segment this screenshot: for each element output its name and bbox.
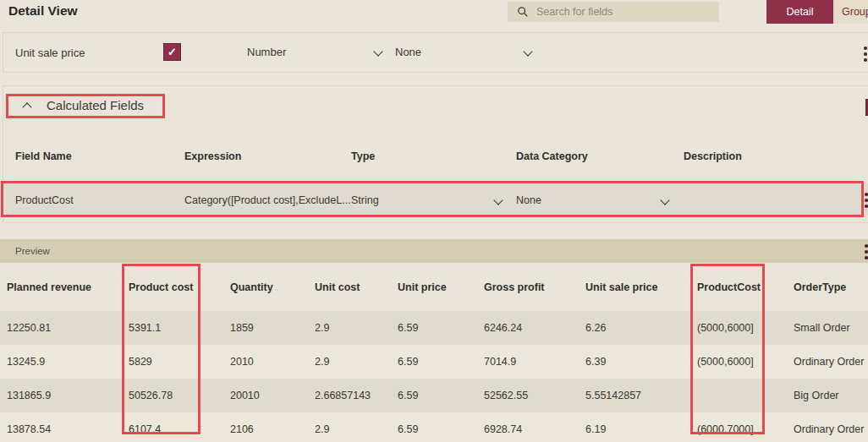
preview-cell: Small Order xyxy=(787,311,868,345)
search-field-container xyxy=(508,2,719,22)
preview-cell: 20010 xyxy=(223,379,308,412)
preview-column-header: Gross profit xyxy=(477,263,579,311)
preview-header-row: Planned revenueProduct costQuantityUnit … xyxy=(0,263,868,311)
preview-cell: 6246.24 xyxy=(477,311,579,345)
preview-cell: 13878.54 xyxy=(0,412,122,442)
field-name-label: Unit sale price xyxy=(15,46,85,59)
preview-cell: 6107.4 xyxy=(122,412,223,442)
preview-cell: 6928.74 xyxy=(477,412,579,442)
preview-cell: 2.66857143 xyxy=(308,379,391,412)
preview-cell: (5000,6000] xyxy=(690,345,787,379)
calc-expression-cell[interactable]: Category([Product cost],ExcludeL... xyxy=(184,194,351,206)
preview-cell: 7014.9 xyxy=(477,345,579,379)
preview-cell: 52562.55 xyxy=(477,379,579,412)
calc-header-description: Description xyxy=(684,150,742,162)
search-input[interactable] xyxy=(535,5,699,19)
preview-column-header: ProductCost xyxy=(690,263,787,311)
calc-header-data-category: Data Category xyxy=(516,150,588,162)
page-title: Detail View xyxy=(8,3,78,19)
preview-column-header: Planned revenue xyxy=(0,263,122,311)
preview-column-header: Unit cost xyxy=(308,263,391,311)
preview-cell: (5000,6000] xyxy=(690,311,787,345)
preview-cell: 6.26 xyxy=(579,311,690,345)
preview-cell: 1859 xyxy=(223,311,308,345)
preview-cell: 2010 xyxy=(223,345,308,379)
preview-column-header: Unit sale price xyxy=(579,263,690,311)
field-row-kebab-menu-icon[interactable] xyxy=(864,46,867,62)
checkmark-icon: ✓ xyxy=(168,46,177,58)
calculated-fields-section-title[interactable]: Calculated Fields xyxy=(47,98,144,112)
preview-cell: 5.55142857 xyxy=(579,379,690,412)
preview-row: 12250.815391.118592.96.596246.246.26(500… xyxy=(0,311,868,345)
field-visible-checkbox[interactable]: ✓ xyxy=(163,43,181,61)
preview-table: Planned revenueProduct costQuantityUnit … xyxy=(0,263,868,442)
preview-bar: Preview xyxy=(0,239,868,263)
calc-header-type: Type xyxy=(351,150,375,162)
preview-cell xyxy=(690,379,787,412)
calc-row-kebab-menu-icon[interactable] xyxy=(865,193,868,208)
preview-cell: 6.59 xyxy=(391,311,477,345)
preview-cell: 12250.81 xyxy=(0,311,122,345)
preview-cell: 2106 xyxy=(223,412,308,442)
preview-row: 131865.950526.78200102.668571436.5952562… xyxy=(0,379,868,412)
search-icon xyxy=(517,6,529,18)
preview-cell: 50526.78 xyxy=(122,379,223,412)
preview-cell: 2.9 xyxy=(308,311,391,345)
preview-cell: 5391.1 xyxy=(122,311,223,345)
preview-cell: Ordinary Order xyxy=(787,412,868,442)
preview-column-header: Unit price xyxy=(391,263,477,311)
preview-cell: 6.39 xyxy=(579,345,690,379)
preview-title: Preview xyxy=(15,246,50,256)
preview-column-header: OrderType xyxy=(787,263,868,311)
preview-cell: 2.9 xyxy=(308,412,391,442)
preview-cell: 13245.9 xyxy=(0,345,122,379)
preview-column-header: Product cost xyxy=(122,263,223,311)
field-type-dropdown-value[interactable]: Number xyxy=(247,46,286,58)
preview-cell: (6000,7000] xyxy=(690,412,787,442)
calc-header-field-name: Field Name xyxy=(15,150,72,162)
preview-cell: 6.59 xyxy=(391,379,477,412)
preview-body: 12250.815391.118592.96.596246.246.26(500… xyxy=(0,311,868,442)
preview-cell: Ordinary Order xyxy=(787,345,868,379)
preview-row: 13878.546107.421062.96.596928.746.19(600… xyxy=(0,412,868,442)
preview-cell: 131865.9 xyxy=(0,379,122,412)
preview-cell: 6.59 xyxy=(391,345,477,379)
calc-data-category-dropdown-value[interactable]: None xyxy=(516,194,541,206)
detail-view-screen: { "window": { "title": "Detail View" }, … xyxy=(0,0,868,442)
preview-column-header: Quantity xyxy=(223,263,308,311)
group-tab-button[interactable]: Group xyxy=(833,0,868,24)
calculated-field-row xyxy=(3,183,868,216)
preview-row: 13245.9582920102.96.597014.96.39(5000,60… xyxy=(0,345,868,379)
preview-kebab-menu-icon[interactable] xyxy=(865,244,868,259)
detail-tab-button[interactable]: Detail xyxy=(766,0,833,24)
preview-cell: 6.59 xyxy=(391,412,477,442)
calc-field-name-cell[interactable]: ProductCost xyxy=(15,194,74,206)
field-settings-row xyxy=(3,32,868,73)
calc-header-expression: Expression xyxy=(184,150,241,162)
field-data-category-dropdown-value[interactable]: None xyxy=(395,46,421,58)
preview-cell: 2.9 xyxy=(308,345,391,379)
preview-cell: Big Order xyxy=(787,379,868,412)
calc-type-dropdown-value[interactable]: String xyxy=(351,194,379,206)
preview-cell: 5829 xyxy=(122,345,223,379)
preview-cell: 6.19 xyxy=(579,412,690,442)
